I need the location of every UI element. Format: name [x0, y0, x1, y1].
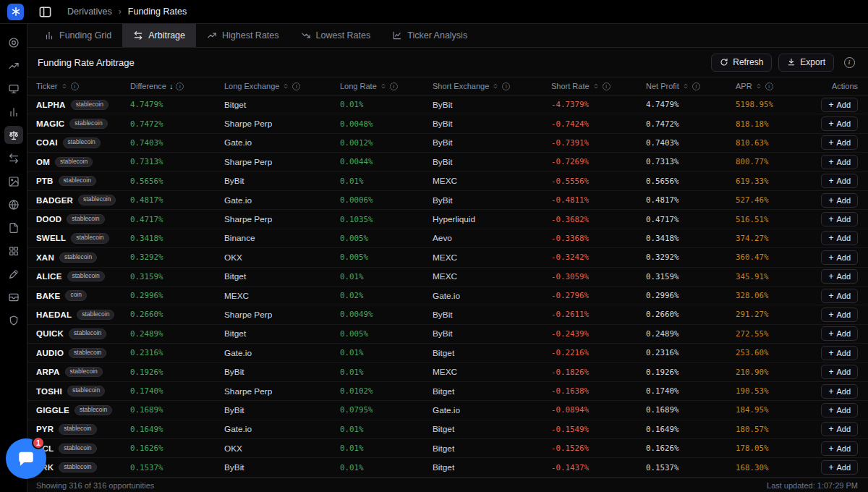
- column-header-apr[interactable]: APRi: [736, 82, 817, 90]
- tab-arbitrage[interactable]: Arbitrage: [122, 24, 196, 47]
- add-button[interactable]: +Add: [821, 365, 858, 379]
- add-button[interactable]: +Add: [821, 289, 858, 303]
- long-exchange: MEXC: [224, 291, 340, 301]
- sidebar-item-inbox[interactable]: [4, 288, 23, 306]
- ticker-type-badge: coin: [65, 290, 87, 300]
- sidebar-item-monitor[interactable]: [4, 80, 23, 98]
- ticker-symbol: TOSHI: [36, 387, 62, 396]
- long-exchange: OKX: [224, 253, 340, 263]
- difference-value: 0.1649%: [130, 425, 224, 434]
- column-header-ticker[interactable]: Tickeri: [36, 82, 130, 90]
- tab-highest-rates[interactable]: Highest Rates: [196, 24, 290, 47]
- panel-left-icon: [38, 5, 52, 19]
- table-row-HAEDAL[interactable]: HAEDALstablecoin0.2660%Sharpe Perp0.0049…: [27, 305, 868, 324]
- table-row-COAI[interactable]: COAIstablecoin0.7403%Gate.io0.0012%ByBit…: [27, 134, 868, 153]
- long-exchange: Gate.io: [224, 195, 340, 205]
- long-rate: 0.0102%: [340, 386, 433, 396]
- long-rate: 0.01%: [340, 463, 433, 472]
- plus-icon: +: [828, 138, 833, 147]
- sidebar-item-aperture[interactable]: [4, 33, 23, 51]
- table-row-TOSHI[interactable]: TOSHIstablecoin0.1740%Sharpe Perp0.0102%…: [27, 382, 868, 401]
- add-button[interactable]: +Add: [821, 441, 858, 456]
- chat-launcher-button[interactable]: 1: [6, 438, 46, 479]
- column-header-difference[interactable]: Difference↓i: [130, 82, 224, 90]
- long-exchange: ByBit: [224, 367, 340, 377]
- column-header-short_rate[interactable]: Short Ratei: [551, 82, 646, 90]
- add-label: Add: [836, 119, 851, 128]
- table-row-TRK[interactable]: TRKstablecoin0.1537%ByBit0.01%Bitget-0.1…: [27, 458, 868, 477]
- add-button[interactable]: +Add: [821, 422, 858, 436]
- tabbar: Funding GridArbitrageHighest RatesLowest…: [27, 24, 868, 48]
- sidebar-item-bar-chart[interactable]: [4, 103, 23, 121]
- topbar: Derivatives › Funding Rates: [0, 0, 868, 24]
- table-row-PYR[interactable]: PYRstablecoin0.1649%Gate.io0.01%Bitget-0…: [27, 420, 868, 439]
- sidebar-item-trend-up[interactable]: [4, 56, 23, 75]
- add-button[interactable]: +Add: [821, 174, 858, 188]
- sidebar-item-image[interactable]: [4, 172, 23, 190]
- add-button[interactable]: +Add: [821, 308, 858, 322]
- table-row-BAKE[interactable]: BAKEcoin0.2996%MEXC0.02%Gate.io-0.2796%0…: [27, 287, 868, 305]
- net-profit: 0.1626%: [646, 444, 736, 453]
- add-button[interactable]: +Add: [821, 193, 858, 208]
- long-rate: 0.01%: [340, 444, 433, 453]
- table-row-PTB[interactable]: PTBstablecoin0.5656%ByBit0.01%MEXC-0.555…: [27, 172, 868, 191]
- table-row-QUICK[interactable]: QUICKstablecoin0.2489%Bitget0.005%ByBit-…: [27, 325, 868, 344]
- refresh-button[interactable]: Refresh: [711, 54, 772, 72]
- sidebar-item-shield[interactable]: [4, 311, 23, 329]
- add-label: Add: [836, 292, 851, 300]
- short-rate: -0.2796%: [551, 291, 646, 300]
- add-button[interactable]: +Add: [821, 135, 858, 150]
- sidebar-toggle-button[interactable]: [35, 2, 54, 21]
- ticker-type-badge: stablecoin: [59, 462, 96, 472]
- add-button[interactable]: +Add: [821, 384, 858, 399]
- column-header-long_exchange[interactable]: Long Exchangei: [224, 82, 340, 90]
- add-label: Add: [836, 215, 851, 224]
- table-row-AUDIO[interactable]: AUDIOstablecoin0.2316%Gate.io0.01%Bitget…: [27, 344, 868, 362]
- sidebar-item-blocks[interactable]: [4, 242, 23, 260]
- table-row-MAGIC[interactable]: MAGICstablecoin0.7472%Sharpe Perp0.0048%…: [27, 114, 868, 133]
- table-row-XAN[interactable]: XANstablecoin0.3292%OKX0.005%MEXC-0.3242…: [27, 248, 868, 267]
- sidebar-item-swap[interactable]: [4, 149, 23, 167]
- table-row-ARPA[interactable]: ARPAstablecoin0.1926%ByBit0.01%MEXC-0.18…: [27, 362, 868, 381]
- page-info-button[interactable]: i: [841, 54, 858, 71]
- tab-lowest-rates[interactable]: Lowest Rates: [290, 24, 382, 47]
- add-button[interactable]: +Add: [821, 269, 858, 284]
- add-button[interactable]: +Add: [821, 155, 858, 169]
- apr-value: 5198.95%: [736, 100, 817, 109]
- column-header-short_exchange[interactable]: Short Exchangei: [433, 82, 551, 90]
- breadcrumb-section[interactable]: Derivatives: [67, 7, 112, 17]
- long-exchange: Bitget: [224, 328, 340, 339]
- table-row-ALICE[interactable]: ALICEstablecoin0.3159%Bitget0.01%MEXC-0.…: [27, 268, 868, 287]
- add-button[interactable]: +Add: [821, 403, 858, 417]
- app-logo: [7, 4, 24, 20]
- sidebar-item-globe[interactable]: [4, 195, 23, 213]
- add-button[interactable]: +Add: [821, 346, 858, 360]
- tab-funding-grid[interactable]: Funding Grid: [33, 24, 122, 47]
- add-button[interactable]: +Add: [821, 326, 858, 341]
- info-icon: i: [292, 82, 300, 90]
- table-row-RCL[interactable]: RCLstablecoin0.1626%OKX0.01%Bitget-0.152…: [27, 439, 868, 458]
- ticker-type-badge: stablecoin: [59, 176, 96, 186]
- table-row-OM[interactable]: OMstablecoin0.7313%Sharpe Perp0.0044%ByB…: [27, 153, 868, 171]
- column-header-net_profit[interactable]: Net Profiti: [646, 82, 736, 90]
- export-button[interactable]: Export: [778, 54, 834, 72]
- add-button[interactable]: +Add: [821, 460, 858, 475]
- column-header-long_rate[interactable]: Long Ratei: [340, 82, 433, 90]
- table-row-DOOD[interactable]: DOODstablecoin0.4717%Sharpe Perp0.1035%H…: [27, 210, 868, 229]
- add-button[interactable]: +Add: [821, 98, 858, 112]
- table-row-GIGGLE[interactable]: GIGGLEstablecoin0.1689%ByBit0.0795%Gate.…: [27, 401, 868, 420]
- long-rate: 0.01%: [340, 348, 433, 357]
- sidebar-item-file[interactable]: [4, 219, 23, 237]
- net-profit: 0.2489%: [646, 329, 736, 339]
- sidebar-item-scale[interactable]: [4, 126, 23, 144]
- add-button[interactable]: +Add: [821, 116, 858, 131]
- add-button[interactable]: +Add: [821, 212, 858, 226]
- table-row-ALPHA[interactable]: ALPHAstablecoin4.7479%Bitget0.01%ByBit-4…: [27, 96, 868, 114]
- add-button[interactable]: +Add: [821, 250, 858, 265]
- add-button[interactable]: +Add: [821, 231, 858, 245]
- table-row-BADGER[interactable]: BADGERstablecoin0.4817%Gate.io0.0006%ByB…: [27, 191, 868, 210]
- difference-value: 0.1626%: [130, 444, 224, 453]
- sidebar-item-rocket[interactable]: [4, 265, 23, 283]
- tab-ticker-analysis[interactable]: Ticker Analysis: [381, 24, 478, 47]
- table-row-SWELL[interactable]: SWELLstablecoin0.3418%Binance0.005%Aevo-…: [27, 229, 868, 248]
